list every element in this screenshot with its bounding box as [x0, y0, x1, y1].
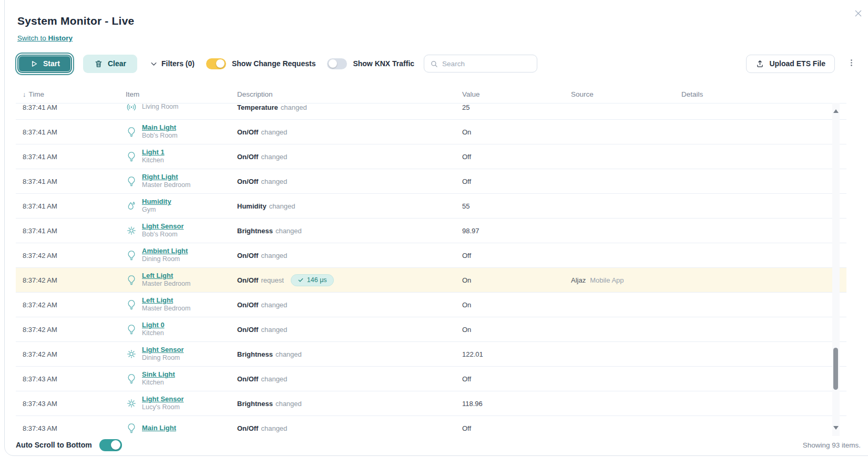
- autoscroll-toggle[interactable]: [99, 439, 122, 451]
- event-value: Off: [462, 178, 571, 185]
- bulb-icon: [126, 250, 137, 261]
- table-row: 8:37:41 AM HumidityGym Humiditychanged 5…: [16, 194, 846, 219]
- item-room: Bob's Room: [142, 231, 183, 238]
- request-duration-badge: 146 μs: [291, 274, 334, 286]
- item-link[interactable]: Light Sensor: [142, 222, 183, 231]
- check-icon: [298, 277, 304, 283]
- event-source: AljazMobile App: [571, 276, 681, 284]
- column-header-details[interactable]: Details: [681, 90, 846, 98]
- item-room: Bob's Room: [142, 132, 178, 140]
- bulb-icon: [126, 324, 137, 335]
- item-link[interactable]: Humidity: [142, 198, 171, 206]
- event-time: 8:37:41 AM: [16, 202, 126, 210]
- event-item: Light SensorLucy's Room: [126, 395, 237, 411]
- table-row: 8:37:43 AM Main Light On/Offchanged Off: [16, 416, 846, 437]
- event-time: 8:37:41 AM: [16, 128, 126, 136]
- item-link[interactable]: Left Light: [142, 296, 190, 305]
- table-scrollbar: [832, 103, 840, 436]
- event-item: Main Light: [126, 422, 237, 434]
- start-button[interactable]: Start: [17, 55, 72, 73]
- event-description: On/Offchanged: [237, 153, 462, 161]
- event-item: HumidityGym: [126, 198, 237, 214]
- upload-ets-button[interactable]: Upload ETS File: [746, 55, 835, 73]
- event-item: Living Room: [126, 103, 237, 113]
- toolbar: Start Clear Filters (0) Show Change Requ…: [16, 54, 856, 73]
- event-time: 8:37:42 AM: [16, 301, 126, 309]
- bulb-icon: [126, 299, 137, 310]
- item-link[interactable]: Sink Light: [142, 370, 175, 379]
- event-value: 98.97: [462, 227, 571, 235]
- item-room: Living Room: [142, 103, 178, 111]
- event-time: 8:37:42 AM: [16, 276, 126, 284]
- event-value: On: [462, 301, 571, 309]
- toggle-knob: [111, 440, 120, 450]
- item-room: Kitchen: [142, 379, 175, 387]
- footer: Auto Scroll to Bottom Showing 93 items.: [16, 438, 861, 452]
- table-row: 8:37:41 AM Light SensorBob's Room Bright…: [16, 219, 846, 243]
- event-item: Sink LightKitchen: [126, 370, 237, 387]
- event-description: Brightnesschanged: [237, 400, 462, 408]
- bulb-icon: [126, 373, 137, 385]
- item-link[interactable]: Right Light: [142, 173, 190, 181]
- event-time: 8:37:43 AM: [16, 375, 126, 383]
- show-knx-traffic-label: Show KNX Traffic: [353, 59, 414, 68]
- table-row: 8:37:43 AM Sink LightKitchen On/Offchang…: [16, 367, 846, 391]
- event-description: Brightnesschanged: [237, 227, 462, 235]
- event-value: Off: [462, 153, 571, 161]
- event-table-body: 8:37:41 AM Living Room Temperaturechange…: [16, 103, 846, 437]
- table-row: 8:37:43 AM Light SensorLucy's Room Brigh…: [16, 391, 846, 416]
- event-value: On: [462, 276, 571, 284]
- column-header-time[interactable]: ↓Time: [16, 90, 126, 98]
- event-time: 8:37:41 AM: [16, 103, 126, 111]
- sun-icon: [126, 398, 137, 409]
- event-time: 8:37:41 AM: [16, 153, 126, 161]
- scrollbar-thumb[interactable]: [833, 348, 838, 390]
- event-description: On/Offrequest146 μs: [237, 274, 462, 286]
- item-link[interactable]: Left Light: [142, 272, 190, 280]
- table-row: 8:37:42 AM Light 0Kitchen On/Offchanged …: [16, 317, 846, 342]
- event-description: Temperaturechanged: [237, 103, 462, 111]
- table-row: 8:37:42 AM Left LightMaster Bedroom On/O…: [16, 268, 846, 293]
- bulb-icon: [126, 274, 137, 286]
- table-row: 8:37:41 AM Right LightMaster Bedroom On/…: [16, 169, 846, 194]
- item-room: Lucy's Room: [142, 403, 183, 411]
- event-time: 8:37:42 AM: [16, 252, 126, 259]
- trash-icon: [94, 59, 103, 68]
- droplet-icon: [126, 200, 137, 212]
- event-value: Off: [462, 424, 571, 432]
- event-time: 8:37:43 AM: [16, 400, 126, 408]
- more-options-button[interactable]: [846, 56, 856, 71]
- item-room: Master Bedroom: [142, 181, 190, 189]
- item-link[interactable]: Main Light: [142, 424, 176, 432]
- show-change-requests-toggle[interactable]: [206, 58, 226, 69]
- close-icon[interactable]: [851, 7, 865, 22]
- column-header-value[interactable]: Value: [462, 90, 571, 98]
- column-header-source[interactable]: Source: [571, 90, 681, 98]
- event-description: Humiditychanged: [237, 202, 462, 210]
- search-input[interactable]: [442, 60, 531, 68]
- clear-button[interactable]: Clear: [83, 55, 137, 73]
- toggle-knob: [329, 59, 337, 68]
- item-link[interactable]: Light Sensor: [142, 395, 183, 403]
- item-room: Kitchen: [142, 157, 165, 164]
- column-header-item[interactable]: Item: [126, 90, 237, 98]
- event-value: On: [462, 128, 571, 136]
- item-link[interactable]: Ambient Light: [142, 247, 188, 255]
- event-value: Off: [462, 252, 571, 259]
- item-link[interactable]: Main Light: [142, 123, 178, 132]
- item-link[interactable]: Light 0: [142, 321, 165, 329]
- item-link[interactable]: Light 1: [142, 148, 165, 157]
- scrollbar-up-icon[interactable]: [833, 109, 839, 113]
- event-description: On/Offchanged: [237, 252, 462, 259]
- sun-icon: [126, 225, 137, 236]
- filters-button[interactable]: Filters (0): [150, 59, 195, 68]
- item-link[interactable]: Light Sensor: [142, 346, 183, 354]
- scrollbar-down-icon[interactable]: [833, 426, 839, 430]
- column-header-description[interactable]: Description: [237, 90, 462, 98]
- show-knx-traffic-toggle[interactable]: [327, 58, 347, 69]
- switch-to-history-link[interactable]: Switch to History: [17, 34, 73, 42]
- event-item: Left LightMaster Bedroom: [126, 296, 237, 313]
- event-description: On/Offchanged: [237, 375, 462, 383]
- item-room: Master Bedroom: [142, 280, 190, 288]
- search-box: [424, 55, 537, 72]
